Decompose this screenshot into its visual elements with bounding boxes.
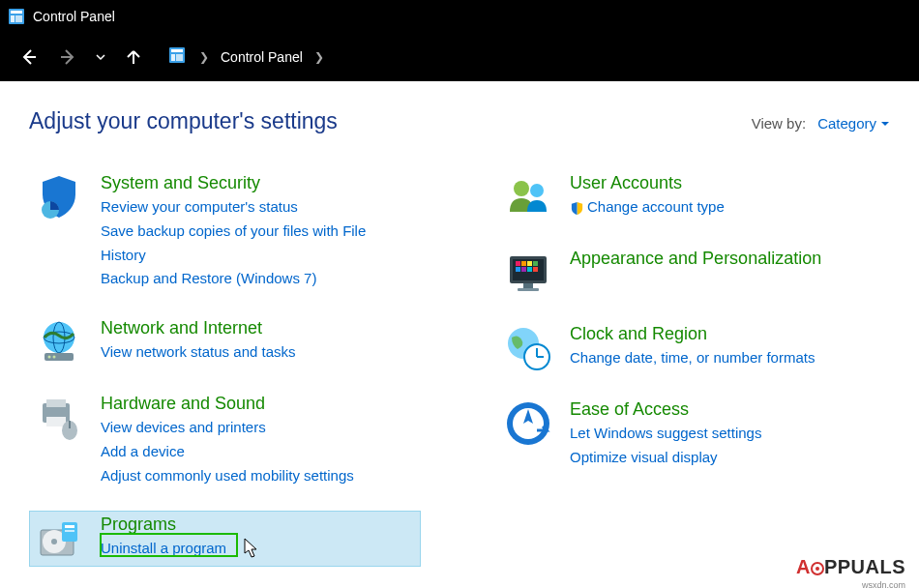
svg-rect-3: [15, 15, 22, 22]
chevron-down-icon: [880, 119, 890, 129]
categories-right-column: User Accounts Change account type: [498, 169, 890, 586]
category-ease-of-access[interactable]: Ease of Access Let Windows suggest setti…: [498, 396, 890, 474]
category-link[interactable]: Adjust commonly used mobility settings: [101, 464, 415, 488]
category-title[interactable]: Network and Internet: [101, 318, 415, 338]
gear-icon: [811, 562, 824, 575]
category-link[interactable]: Optimize visual display: [570, 446, 884, 470]
clock-globe-icon: [504, 324, 552, 372]
svg-rect-33: [523, 283, 533, 288]
category-title[interactable]: Clock and Region: [570, 324, 884, 344]
svg-rect-8: [171, 54, 175, 61]
control-panel-icon: [168, 46, 186, 68]
svg-rect-42: [533, 267, 538, 272]
svg-rect-38: [533, 261, 538, 266]
category-title[interactable]: Ease of Access: [570, 399, 884, 420]
watermark-sub: wsxdn.com: [862, 580, 905, 588]
category-system-security[interactable]: System and Security Review your computer…: [29, 169, 421, 295]
categories-left-column: System and Security Review your computer…: [29, 169, 421, 586]
content-area: Adjust your computer's settings View by:…: [0, 81, 919, 588]
svg-rect-1: [11, 11, 22, 14]
address-bar[interactable]: ❯ Control Panel ❯: [163, 43, 907, 72]
category-appearance-personalization[interactable]: Appearance and Personalization: [498, 245, 890, 301]
user-accounts-icon: [504, 173, 552, 221]
categories-grid: System and Security Review your computer…: [29, 169, 890, 586]
svg-rect-40: [521, 267, 526, 272]
category-clock-region[interactable]: Clock and Region Change date, time, or n…: [498, 320, 890, 376]
category-user-accounts[interactable]: User Accounts Change account type: [498, 169, 890, 225]
svg-point-29: [514, 181, 529, 196]
nav-up-button[interactable]: [116, 40, 151, 74]
svg-rect-18: [46, 399, 66, 407]
chevron-right-icon[interactable]: ❯: [193, 50, 215, 64]
breadcrumb-segment[interactable]: Control Panel: [215, 49, 309, 65]
link-text: Change account type: [587, 198, 725, 215]
svg-point-16: [53, 356, 56, 359]
svg-rect-34: [518, 288, 539, 291]
category-link[interactable]: Save backup copies of your files with Fi…: [101, 220, 415, 268]
svg-rect-37: [527, 261, 532, 266]
category-link[interactable]: Change account type: [570, 195, 884, 220]
category-programs[interactable]: Programs Uninstall a program: [29, 511, 421, 567]
svg-point-15: [48, 356, 51, 359]
page-title: Adjust your computer's settings: [29, 108, 338, 134]
category-link[interactable]: Add a device: [101, 440, 415, 464]
category-hardware-sound[interactable]: Hardware and Sound View devices and prin…: [29, 390, 421, 491]
svg-rect-7: [171, 49, 183, 52]
category-title[interactable]: User Accounts: [570, 173, 884, 193]
monitor-colors-icon: [504, 249, 552, 297]
svg-rect-19: [46, 417, 66, 426]
svg-rect-28: [65, 530, 74, 532]
category-link[interactable]: View devices and printers: [101, 416, 415, 440]
svg-rect-2: [11, 15, 15, 22]
nav-forward-button[interactable]: [50, 40, 85, 74]
content-header: Adjust your computer's settings View by:…: [29, 108, 890, 134]
shield-pie-icon: [35, 173, 83, 221]
category-title[interactable]: Programs: [101, 514, 415, 535]
svg-point-25: [51, 539, 57, 544]
category-title[interactable]: Hardware and Sound: [101, 394, 415, 414]
svg-point-30: [530, 184, 544, 197]
navigation-bar: ❯ Control Panel ❯: [0, 33, 919, 81]
svg-rect-36: [521, 261, 526, 266]
view-by-value: Category: [817, 115, 876, 132]
svg-rect-27: [65, 525, 74, 528]
ease-of-access-icon: [504, 399, 552, 448]
svg-rect-9: [176, 54, 183, 61]
nav-back-button[interactable]: [12, 40, 46, 74]
printer-mouse-icon: [35, 394, 83, 442]
svg-rect-39: [516, 267, 520, 272]
category-link[interactable]: Let Windows suggest settings: [570, 422, 884, 446]
programs-disc-icon: [35, 514, 83, 563]
uac-shield-icon: [570, 201, 584, 216]
chevron-right-icon[interactable]: ❯: [309, 50, 330, 64]
window-title: Control Panel: [33, 9, 115, 24]
category-link-uninstall[interactable]: Uninstall a program: [101, 537, 415, 561]
view-by-label: View by:: [752, 115, 806, 132]
category-title[interactable]: System and Security: [101, 173, 415, 193]
view-by-dropdown[interactable]: Category: [817, 115, 890, 132]
svg-rect-35: [516, 261, 520, 266]
watermark: APPUALS: [796, 556, 905, 578]
control-panel-icon: [8, 8, 25, 25]
category-title[interactable]: Appearance and Personalization: [570, 249, 884, 269]
nav-history-dropdown[interactable]: [89, 40, 112, 74]
category-link[interactable]: Change date, time, or number formats: [570, 346, 884, 370]
svg-rect-41: [527, 267, 532, 272]
watermark-letter: A: [796, 556, 811, 577]
category-link[interactable]: Backup and Restore (Windows 7): [101, 267, 415, 291]
category-link[interactable]: Review your computer's status: [101, 195, 415, 220]
globe-network-icon: [35, 318, 83, 367]
category-network-internet[interactable]: Network and Internet View network status…: [29, 314, 421, 370]
window-titlebar: Control Panel: [0, 0, 919, 33]
view-by-control: View by: Category: [752, 115, 890, 132]
svg-point-50: [815, 567, 819, 571]
watermark-text: PPUALS: [824, 556, 905, 577]
category-link[interactable]: View network status and tasks: [101, 340, 415, 365]
